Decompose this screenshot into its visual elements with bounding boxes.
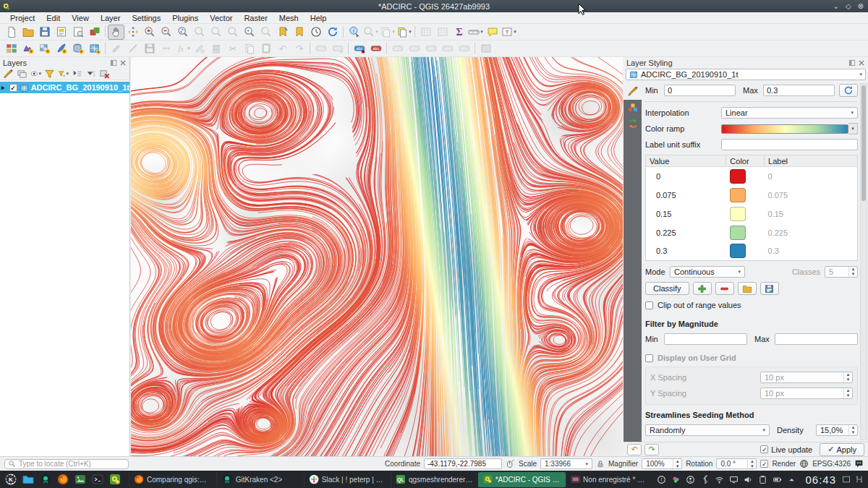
new-spatial-bookmark-button[interactable] [274, 25, 291, 40]
column-header-label[interactable]: Label [765, 155, 858, 167]
class-row[interactable]: 0.2250.225 [646, 223, 858, 242]
tr-wifi-icon[interactable] [715, 475, 724, 484]
add-vector-layer-button[interactable] [20, 41, 36, 56]
help-contents-button[interactable] [477, 41, 494, 56]
add-delimited-text-button[interactable] [53, 41, 69, 56]
class-row[interactable]: 0.150.15 [646, 205, 858, 223]
qgis-launcher[interactable] [107, 471, 123, 487]
map-tips-button[interactable] [484, 25, 501, 40]
select-features-button[interactable]: ▾ [362, 25, 379, 40]
crs-value[interactable]: EPSG:4326 [812, 460, 851, 468]
remove-layer-button[interactable] [98, 69, 111, 80]
apply-button[interactable]: ✓ Apply [820, 443, 864, 456]
tr-info-icon[interactable]: ! [657, 475, 666, 484]
scale-select[interactable]: 1:33966▾ [540, 458, 592, 469]
minimize-button[interactable]: ⌄ [833, 3, 839, 10]
delete-selected-button[interactable] [208, 41, 224, 56]
paste-features-button[interactable] [258, 41, 274, 56]
pin-labels-button[interactable]: abc [351, 41, 367, 56]
current-edits-button[interactable] [141, 41, 158, 56]
task-button[interactable]: QLqgsmeshrenderersetti... [391, 472, 478, 487]
zoom-in-button[interactable] [141, 25, 158, 40]
pan-to-selection-button[interactable] [124, 25, 141, 40]
manage-map-themes-button[interactable]: ▾ [30, 69, 42, 80]
label-unit-suffix-input[interactable] [721, 139, 858, 150]
open-layer-styling-button[interactable] [2, 69, 14, 80]
new-project-button[interactable] [3, 25, 20, 40]
menu-settings[interactable]: Settings [126, 12, 166, 24]
color-ramp-preview[interactable] [721, 124, 848, 134]
zoom-to-selection-button[interactable] [191, 25, 208, 40]
color-ramp-dropdown[interactable]: ▾ [848, 123, 858, 134]
tr-color-icon[interactable] [671, 475, 681, 484]
load-ramp-button[interactable] [738, 282, 757, 295]
show-hide-labels-button[interactable]: abc [439, 41, 456, 56]
label-properties-button[interactable]: abc [456, 41, 472, 56]
menu-layer[interactable]: Layer [95, 12, 127, 24]
class-row[interactable]: 0.0750.075 [646, 186, 858, 205]
terminal-launcher[interactable] [90, 471, 106, 487]
highlight-pinned-labels-button[interactable]: abc [367, 41, 384, 56]
tr-user-icon[interactable] [686, 475, 695, 484]
zoom-full-button[interactable] [174, 25, 191, 40]
expand-all-button[interactable] [71, 69, 83, 80]
min-input[interactable] [664, 85, 736, 96]
task-button[interactable]: Comparing qgis:mast... [129, 472, 216, 487]
live-update-checkbox[interactable]: ✓ [760, 445, 768, 453]
render-checkbox[interactable]: ✓ [760, 460, 768, 468]
menu-vector[interactable]: Vector [204, 12, 238, 24]
style-manager-button[interactable] [86, 25, 103, 40]
remove-class-button[interactable] [715, 282, 734, 295]
layer-visibility-checkbox[interactable]: ✓ [9, 84, 17, 92]
firefox-launcher[interactable] [55, 471, 71, 487]
collapse-all-button[interactable] [85, 69, 97, 80]
reload-minmax-button[interactable] [839, 84, 858, 97]
task-button[interactable]: *ADCIRC - QGIS 26427... [478, 472, 566, 487]
change-label-button[interactable]: abc [422, 41, 439, 56]
undo-button[interactable]: ↶ [274, 41, 291, 56]
layer-item-adcirc[interactable]: ▸ ✓ ADCIRC_BG_20190910_1t [0, 82, 129, 93]
class-row[interactable]: 00 [646, 167, 858, 186]
zoom-native-button[interactable] [224, 25, 241, 40]
styling-layer-selector[interactable]: ADCIRC_BG_20190910_1t ▾ [626, 69, 866, 80]
new-print-layout-button[interactable] [53, 25, 69, 40]
menu-help[interactable]: Help [305, 12, 333, 24]
copy-features-edit-button[interactable] [241, 41, 258, 56]
column-header-value[interactable]: Value [646, 155, 726, 167]
text-annotation-button[interactable]: T▾ [501, 25, 517, 40]
select-by-form-button[interactable]: ▾ [379, 25, 396, 40]
class-row[interactable]: 0.30.3 [646, 242, 858, 261]
add-mesh-layer-button[interactable] [86, 41, 103, 56]
task-button[interactable]: Non enregistré * — Sp... [566, 472, 653, 487]
filter-legend-button[interactable] [43, 69, 56, 80]
locate-search-input[interactable]: Type to locate (Ctrl+K) [4, 459, 129, 469]
menu-project[interactable]: Project [4, 12, 41, 24]
styling-scrollbar[interactable] [860, 83, 867, 440]
layer-diagram-options-button[interactable]: abc [329, 41, 346, 56]
menu-view[interactable]: View [66, 12, 95, 24]
task-button[interactable]: Slack | ! peterp | Lutr... [304, 472, 391, 487]
menu-mesh[interactable]: Mesh [273, 12, 305, 24]
classify-button[interactable]: Classify [645, 282, 689, 295]
menu-raster[interactable]: Raster [238, 12, 273, 24]
crs-globe-icon[interactable] [799, 459, 809, 468]
tab-symbology[interactable] [624, 82, 642, 100]
measure-button[interactable]: ▾ [467, 25, 484, 40]
zoom-out-button[interactable] [158, 25, 174, 40]
zoom-last-button[interactable] [241, 25, 258, 40]
tr-caret-icon[interactable] [787, 475, 796, 484]
clip-range-checkbox[interactable] [645, 301, 653, 309]
add-record-button[interactable] [158, 41, 174, 56]
add-database-layer-button[interactable] [69, 41, 86, 56]
color-swatch[interactable] [730, 226, 746, 240]
gitkraken-launcher[interactable] [38, 471, 54, 487]
coordinate-input[interactable] [424, 458, 502, 469]
zoom-to-layer-button[interactable] [208, 25, 224, 40]
tr-display-icon[interactable] [729, 475, 739, 484]
messages-icon[interactable] [854, 459, 864, 468]
toggle-editing-button[interactable] [108, 41, 124, 56]
interpolation-select[interactable]: Linear▾ [721, 107, 858, 119]
layer-labeling-options-button[interactable]: abc [312, 41, 329, 56]
lock-scale-icon[interactable] [596, 460, 605, 468]
field-calculator-button[interactable]: fx▾ [174, 41, 191, 56]
